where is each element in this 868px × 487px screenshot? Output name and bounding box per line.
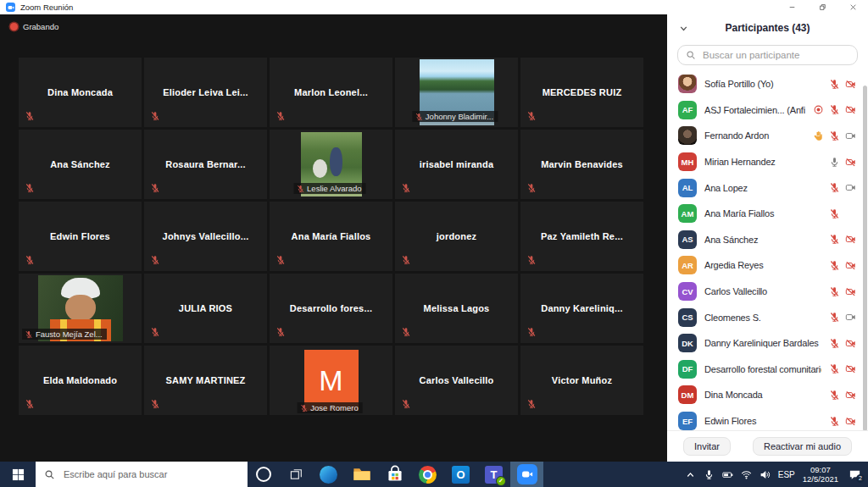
video-tile[interactable]: Marvin Benavides: [520, 130, 643, 199]
tile-participant-name: Leslie Alvarado: [307, 184, 361, 193]
taskbar-search-input[interactable]: [62, 468, 239, 480]
battery-icon[interactable]: [722, 469, 733, 480]
microphone-tray-icon[interactable]: [704, 469, 715, 480]
avatar: [678, 75, 697, 93]
video-tile[interactable]: Victor Muñoz: [520, 346, 643, 415]
video-tile[interactable]: Johnys Vallecillo...: [144, 202, 267, 271]
tile-participant-name: Edwin Flores: [47, 231, 114, 241]
file-explorer-icon: [353, 465, 371, 484]
taskbar-app-edge[interactable]: [312, 462, 345, 487]
participant-row[interactable]: CV Carlos Vallecillo: [667, 279, 868, 305]
search-input[interactable]: [701, 49, 849, 61]
cortana-button[interactable]: [248, 462, 280, 487]
wifi-icon[interactable]: [741, 469, 752, 480]
video-tile[interactable]: Elda Maldonado: [19, 346, 142, 415]
participant-row[interactable]: MH Mirian Hernandez: [667, 149, 868, 175]
recording-label: Grabando: [23, 22, 58, 31]
participant-name: Dina Moncada: [704, 390, 821, 400]
video-tile[interactable]: Marlon Leonel...: [270, 58, 392, 127]
video-tile[interactable]: JULIA RIOS: [144, 274, 267, 343]
video-tile[interactable]: Johonny Bladimir...: [395, 58, 518, 127]
video-tile[interactable]: M Jose Romero: [270, 346, 392, 415]
participant-row[interactable]: Sofía Portillo (Yo): [667, 71, 868, 97]
action-center-button[interactable]: 2: [846, 468, 863, 481]
taskbar-app-store[interactable]: [378, 462, 411, 487]
panel-footer: Invitar Reactivar mi audio: [667, 430, 868, 462]
mic-muted-icon: [829, 416, 840, 427]
unmute-button[interactable]: Reactivar mi audio: [753, 437, 852, 456]
mic-muted-icon: [25, 255, 35, 265]
taskbar-app-chrome[interactable]: [411, 462, 444, 487]
show-hidden-icons-chevron[interactable]: [685, 469, 696, 480]
video-tile[interactable]: Leslie Alvarado: [270, 130, 392, 199]
video-tile[interactable]: Rosaura Bernar...: [144, 130, 267, 199]
recording-indicator[interactable]: Grabando: [10, 22, 58, 31]
participant-row[interactable]: AF ASJ Fortalecimien... (Anfitrión): [667, 97, 868, 124]
task-view-button[interactable]: [280, 462, 312, 487]
tile-nameplate: Johonny Bladimir...: [412, 111, 498, 122]
participant-name: Mirian Hernandez: [704, 157, 821, 167]
video-tile[interactable]: Ana Sánchez: [19, 130, 142, 199]
video-tile[interactable]: Desarrollo fores...: [270, 274, 392, 343]
participant-search[interactable]: [677, 45, 858, 65]
status-icons: [813, 130, 856, 141]
video-tile[interactable]: Paz Yamileth Re...: [520, 202, 643, 271]
participant-row[interactable]: AR Argedia Reyes: [667, 252, 868, 279]
mic-muted-icon: [829, 130, 840, 141]
speaker-icon[interactable]: [760, 469, 771, 480]
chevron-down-icon[interactable]: [678, 23, 689, 34]
video-tile[interactable]: Ana María Fiallos: [270, 202, 392, 271]
video-tile[interactable]: MERCEDES RUIZ: [520, 58, 643, 127]
mic-muted-icon: [829, 79, 840, 90]
video-tile[interactable]: irisabel miranda: [395, 130, 518, 199]
minimize-button[interactable]: [776, 0, 807, 14]
status-icons: [829, 157, 856, 168]
taskbar-app-zoom[interactable]: [510, 462, 543, 487]
taskbar-search[interactable]: [36, 462, 248, 487]
close-button[interactable]: [837, 0, 868, 14]
taskbar-app-teams[interactable]: T: [477, 462, 510, 487]
participant-row[interactable]: DK Danny Kareliniquer Bardales: [667, 330, 868, 357]
participant-row[interactable]: DF Desarrollo forestal comunitario: [667, 357, 868, 383]
taskbar-app-outlook[interactable]: O: [444, 462, 477, 487]
participant-row[interactable]: Fernando Ardon: [667, 123, 868, 149]
tile-participant-name: SAMY MARTINEZ: [162, 375, 248, 385]
tile-participant-name: Johnys Vallecillo...: [159, 231, 253, 241]
taskbar-app-explorer[interactable]: [345, 462, 378, 487]
language-indicator[interactable]: ESP: [778, 470, 795, 479]
panel-scrollbar[interactable]: [863, 86, 867, 431]
video-tile[interactable]: Danny Kareliniq...: [520, 274, 643, 343]
participant-row[interactable]: CS Cleomenes S.: [667, 304, 868, 330]
video-tile[interactable]: Dina Moncada: [19, 58, 142, 127]
mic-muted-icon: [526, 399, 537, 409]
windows-taskbar: O T ESP 09:07 12/5/2021 2: [0, 462, 868, 487]
tile-participant-name: Johonny Bladimir...: [426, 112, 493, 121]
video-tile[interactable]: Edwin Flores: [19, 202, 142, 271]
tile-participant-name: Desarrollo fores...: [287, 303, 376, 313]
mic-muted-icon: [526, 255, 537, 265]
participant-row[interactable]: AL Ana Lopez: [667, 174, 868, 201]
participant-row[interactable]: AS Ana Sánchez: [667, 227, 868, 253]
video-tile[interactable]: jordonez: [395, 202, 518, 271]
video-tile[interactable]: SAMY MARTINEZ: [144, 346, 267, 415]
status-icons: [829, 363, 856, 374]
video-tile[interactable]: Carlos Vallecillo: [395, 346, 518, 415]
mic-muted-icon: [150, 111, 160, 121]
invite-button[interactable]: Invitar: [683, 437, 731, 456]
restore-button[interactable]: [807, 0, 837, 14]
participant-row[interactable]: AM Ana María Fiallos: [667, 201, 868, 227]
participant-name: ASJ Fortalecimien... (Anfitrión): [704, 105, 805, 115]
video-tile[interactable]: Elioder Leiva Lei...: [144, 58, 267, 127]
video-tile[interactable]: Melissa Lagos: [395, 274, 518, 343]
taskbar-clock[interactable]: 09:07 12/5/2021: [803, 465, 838, 484]
outlook-icon: O: [452, 466, 470, 484]
video-off-icon: [845, 286, 856, 297]
start-button[interactable]: [0, 462, 36, 487]
video-tile[interactable]: Fausto Mejía Zel...: [19, 274, 142, 343]
edge-icon: [320, 466, 337, 484]
status-icons: [829, 390, 856, 401]
mic-muted-icon: [25, 111, 35, 121]
video-on-icon: [845, 182, 856, 193]
participant-row[interactable]: DM Dina Moncada: [667, 382, 868, 408]
tile-participant-name: irisabel miranda: [416, 159, 498, 169]
